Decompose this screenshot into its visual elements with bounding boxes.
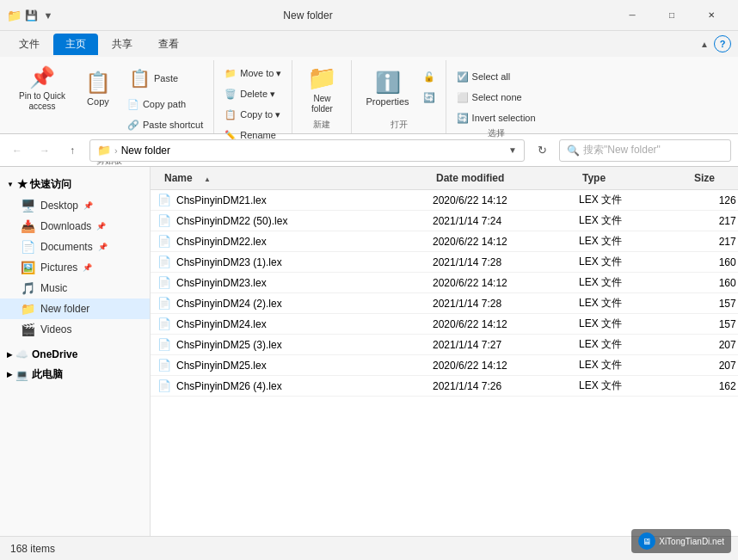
col-type[interactable]: Type [579, 170, 691, 186]
watermark: 🖥 XiTongTianDi.net [631, 529, 731, 553]
file-size: 207 KB [691, 339, 738, 351]
move-to-button[interactable]: 📁 Move to ▾ [221, 64, 285, 83]
table-row[interactable]: 📄 ChsPinyinDM24.lex 2020/6/22 14:12 LEX … [151, 314, 738, 335]
file-icon: 📄 [157, 297, 171, 310]
maximize-button[interactable]: □ [652, 0, 692, 31]
copy-button[interactable]: 📋 Copy [76, 64, 120, 114]
table-row[interactable]: 📄 ChsPinyinDM23 (1).lex 2021/1/14 7:28 L… [151, 252, 738, 273]
file-rows-container: 📄 ChsPinyinDM21.lex 2020/6/22 14:12 LEX … [151, 190, 738, 397]
file-icon: 📄 [157, 255, 171, 268]
onedrive-header[interactable]: ▶ ☁️ OneDrive [0, 345, 150, 364]
file-modified: 2021/1/14 7:24 [433, 215, 579, 227]
open-group-label: 打开 [359, 119, 438, 133]
select-none-button[interactable]: ⬜ Select none [453, 88, 539, 107]
tab-share[interactable]: 共享 [100, 34, 145, 55]
address-dropdown-icon[interactable]: ▼ [508, 145, 517, 155]
open-extra-1[interactable]: 🔓 [420, 67, 439, 86]
videos-icon: 🎬 [21, 323, 35, 336]
copy-to-label: Copy to ▾ [240, 109, 280, 120]
music-label: Music [40, 282, 67, 294]
documents-label: Documents [40, 241, 93, 253]
table-row[interactable]: 📄 ChsPinyinDM25.lex 2020/6/22 14:12 LEX … [151, 355, 738, 376]
properties-button[interactable]: ℹ️ Properties [359, 64, 415, 114]
pin-label: Pin to Quickaccess [19, 91, 65, 112]
new-group-label: 新建 [299, 119, 344, 133]
organize-content: 📁 Move to ▾ 🗑️ Delete ▾ 📋 Copy to ▾ ✏️ R… [221, 60, 285, 145]
file-modified: 2020/6/22 14:12 [433, 194, 579, 206]
up-button[interactable]: ↑ [62, 140, 83, 161]
sidebar-item-documents[interactable]: 📄 Documents 📌 [0, 237, 150, 257]
table-row[interactable]: 📄 ChsPinyinDM24 (2).lex 2021/1/14 7:28 L… [151, 293, 738, 314]
tab-file[interactable]: 文件 [7, 34, 52, 55]
properties-icon: ℹ️ [375, 71, 401, 95]
copy-path-label: Copy path [143, 99, 186, 109]
file-size: 217 KB [691, 215, 738, 227]
invert-icon: 🔄 [457, 113, 469, 124]
paste-button[interactable]: 📋 Paste [124, 64, 206, 93]
sidebar-item-downloads[interactable]: 📥 Downloads 📌 [0, 216, 150, 237]
table-row[interactable]: 📄 ChsPinyinDM22.lex 2020/6/22 14:12 LEX … [151, 231, 738, 252]
paste-shortcut-button[interactable]: 🔗 Paste shortcut [124, 115, 206, 134]
file-name-text: ChsPinyinDM26 (4).lex [176, 380, 282, 392]
file-type: LEX 文件 [579, 275, 691, 290]
table-row[interactable]: 📄 ChsPinyinDM22 (50).lex 2021/1/14 7:24 … [151, 211, 738, 231]
tab-view[interactable]: 查看 [146, 34, 191, 55]
quick-access-header[interactable]: ▼ ★ 快速访问 [0, 174, 150, 195]
file-modified: 2020/6/22 14:12 [433, 236, 579, 248]
open-extra-2[interactable]: 🔄 [420, 88, 439, 107]
file-modified: 2021/1/14 7:27 [433, 339, 579, 351]
file-name-text: ChsPinyinDM24.lex [176, 318, 267, 330]
col-size[interactable]: Size [691, 170, 738, 186]
sidebar-item-videos[interactable]: 🎬 Videos [0, 319, 150, 340]
documents-icon: 📄 [21, 240, 35, 254]
table-row[interactable]: 📄 ChsPinyinDM25 (3).lex 2021/1/14 7:27 L… [151, 335, 738, 355]
copy-path-button[interactable]: 📄 Copy path [124, 95, 206, 114]
file-icon: 📄 [157, 276, 171, 289]
file-name-cell: 📄 ChsPinyinDM22.lex [157, 235, 433, 248]
file-modified: 2020/6/22 14:12 [433, 360, 579, 372]
copy-to-button[interactable]: 📋 Copy to ▾ [221, 105, 285, 124]
back-button[interactable]: ← [7, 140, 28, 161]
col-modified[interactable]: Date modified [433, 170, 579, 186]
address-path[interactable]: 📁 › New folder ▼ [89, 139, 525, 162]
onedrive-label: OneDrive [32, 348, 77, 360]
file-modified: 2020/6/22 14:12 [433, 318, 579, 330]
close-button[interactable]: ✕ [692, 0, 731, 31]
table-row[interactable]: 📄 ChsPinyinDM21.lex 2020/6/22 14:12 LEX … [151, 190, 738, 211]
search-box[interactable]: 🔍 搜索"New folder" [559, 139, 731, 162]
pin-quick-access-button[interactable]: 📌 Pin to Quickaccess [12, 64, 72, 114]
thispc-header[interactable]: ▶ 💻 此电脑 [0, 364, 150, 385]
select-all-button[interactable]: ☑️ Select all [453, 67, 539, 86]
ribbon: 📌 Pin to Quickaccess 📋 Copy 📋 Paste 📄 Co… [0, 57, 738, 134]
forward-button[interactable]: → [34, 140, 55, 161]
delete-button[interactable]: 🗑️ Delete ▾ [221, 84, 285, 103]
ribbon-group-new: 📁 Newfolder 新建 [292, 60, 352, 133]
search-placeholder: 搜索"New folder" [583, 143, 661, 157]
invert-selection-button[interactable]: 🔄 Invert selection [453, 108, 539, 127]
watermark-text: XiTongTianDi.net [659, 537, 724, 546]
col-name[interactable]: Name ▲ [157, 170, 433, 186]
file-size: 207 KB [691, 360, 738, 372]
open-content: ℹ️ Properties 🔓 🔄 [359, 60, 438, 119]
table-row[interactable]: 📄 ChsPinyinDM23.lex 2020/6/22 14:12 LEX … [151, 273, 738, 293]
refresh-button[interactable]: ↻ [532, 140, 552, 161]
tab-home[interactable]: 主页 [53, 34, 98, 55]
sidebar-item-pictures[interactable]: 🖼️ Pictures 📌 [0, 257, 150, 278]
onedrive-arrow: ▶ [7, 351, 12, 359]
help-button[interactable]: ? [714, 35, 731, 52]
file-icon: 📄 [157, 214, 171, 227]
open-extra-2-icon: 🔄 [423, 92, 435, 103]
select-none-label: Select none [472, 92, 522, 102]
sidebar-item-music[interactable]: 🎵 Music [0, 278, 150, 298]
new-folder-button[interactable]: 📁 Newfolder [299, 64, 344, 114]
move-to-label: Move to ▾ [240, 68, 281, 79]
minimize-button[interactable]: ─ [612, 0, 652, 31]
table-row[interactable]: 📄 ChsPinyinDM26 (4).lex 2021/1/14 7:26 L… [151, 376, 738, 397]
file-size: 160 KB [691, 277, 738, 289]
quick-access-arrow: ▼ [7, 181, 14, 188]
sidebar-item-desktop[interactable]: 🖥️ Desktop 📌 [0, 195, 150, 216]
ribbon-tabs: 文件 主页 共享 查看 ▲ ? [0, 31, 738, 57]
ribbon-collapse-btn[interactable]: ▲ [700, 40, 709, 49]
sidebar-item-new-folder[interactable]: 📁 New folder [0, 298, 150, 319]
search-icon: 🔍 [567, 145, 580, 157]
